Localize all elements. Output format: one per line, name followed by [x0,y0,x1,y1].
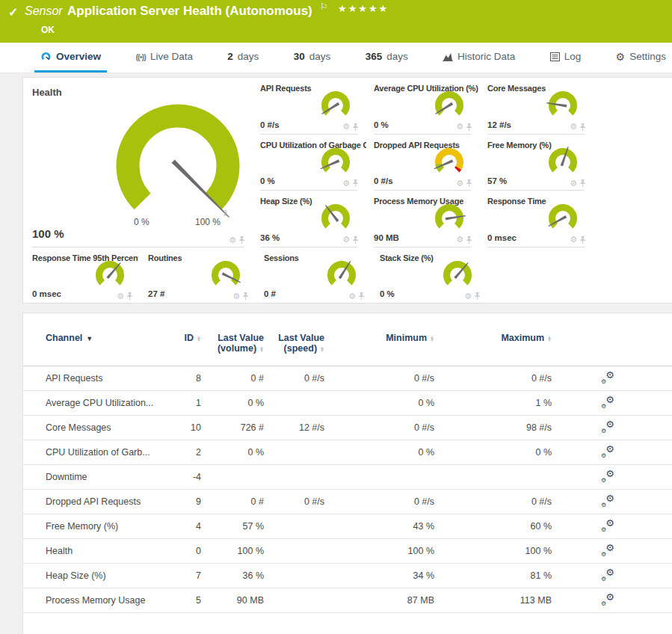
gauge-arc [315,200,356,235]
gear-icon[interactable]: ⚙ [348,292,356,301]
column-header-maximum[interactable]: Maximum▲▼ [434,333,552,343]
pin-icon[interactable] [466,123,472,132]
tile-separator [487,247,585,247]
cell-minimum: 100 % [324,546,434,556]
pin-icon[interactable] [238,236,245,244]
sort-desc-icon[interactable]: ▼ [86,335,93,342]
cell-last-value-volume: 57 % [201,521,264,532]
pin-icon[interactable] [352,179,359,188]
cell-channel: Core Messages [46,422,165,433]
channel-settings-icon[interactable]: ⚙⚙ [601,470,614,482]
cell-channel: Health [46,546,165,556]
gear-icon[interactable]: ⚙ [232,292,240,301]
pin-icon[interactable] [352,123,359,132]
tile-separator [32,303,132,304]
cell-last-value-volume: 0 % [201,447,264,458]
cell-minimum: 0 % [324,398,434,408]
pin-icon[interactable] [579,236,586,244]
pin-icon[interactable] [474,292,481,301]
tab-overview[interactable]: Overview [34,43,107,73]
tile-action-icons: ⚙ [342,123,359,132]
gauge-arc [321,257,362,292]
pin-icon[interactable] [358,292,365,301]
tab-historic-data[interactable]: Historic Data [437,43,521,73]
gear-icon[interactable]: ⚙ [570,179,577,188]
tile-action-icons: ⚙ [570,236,586,244]
sort-icon[interactable]: ▲▼ [547,336,552,342]
table-row-cpu-utilization-of-garb: CPU Utilization of Garb...20 %0 %0 %⚙⚙ [23,440,672,465]
tab-2-days[interactable]: 2days [221,43,265,73]
tab-log[interactable]: Log [544,43,588,73]
gauge-tile-stack-size: Stack Size (%)0 %⚙ [371,247,487,304]
cell-id: -4 [165,472,201,482]
table-row-dropped-api-requests: Dropped API Requests90 #0 #/s0 #/s0 #/s⚙… [23,490,672,514]
gear-icon[interactable]: ⚙ [464,292,472,301]
cell-last-value-volume: 36 % [201,570,264,581]
cell-id: 5 [165,595,201,606]
tab-365-days[interactable]: 365days [360,43,414,73]
cell-id: 4 [165,521,201,532]
sensor-status-header: ✓ Sensor Application Server Health (Auto… [0,0,672,43]
channel-settings-icon[interactable]: ⚙⚙ [601,544,614,556]
gear-icon[interactable]: ⚙ [229,236,236,244]
tab-settings[interactable]: ⚙Settings [610,43,672,73]
gauge-tile-label: Stack Size (%) [380,253,434,262]
gauge-arc [437,257,478,292]
channel-settings-icon[interactable]: ⚙⚙ [601,396,614,408]
gear-icon[interactable]: ⚙ [456,236,463,244]
pin-icon[interactable] [579,123,586,132]
pin-icon[interactable] [242,292,249,301]
cell-last-value-volume: 726 # [201,422,264,433]
gear-icon[interactable]: ⚙ [342,179,350,188]
column-header-last-value-speed[interactable]: Last Value (speed)▲▼ [264,333,324,354]
column-header-id[interactable]: ID▲▼ [165,333,201,343]
gauge-tile-value: 90 MB [374,233,399,242]
gauge-tile-value: 0 % [380,289,395,298]
column-header-channel[interactable]: Channel▼ [46,333,165,343]
settings-icon: ⚙ [616,51,626,63]
channel-settings-icon[interactable]: ⚙⚙ [601,569,614,581]
column-header-minimum[interactable]: Minimum▲▼ [324,333,434,343]
gear-icon[interactable]: ⚙ [456,123,463,131]
channel-settings-icon[interactable]: ⚙⚙ [601,594,614,606]
channel-settings-icon[interactable]: ⚙⚙ [601,421,614,433]
tab-number: 365 [366,51,383,62]
gauge-tile-label: Health [32,87,62,98]
flag-icon[interactable]: ⚐ [320,1,328,12]
pin-icon[interactable] [466,236,472,244]
tab-label: Historic Data [457,51,515,62]
channel-settings-icon[interactable]: ⚙⚙ [601,495,614,507]
gear-icon[interactable]: ⚙ [117,292,124,301]
live-data-icon: ((•)) [135,52,146,61]
prtg-sensor-overview-page: { "colors": { "brand_green": "#a8c10d", … [0,0,672,634]
channel-settings-icon[interactable]: ⚙⚙ [601,372,614,384]
sensor-title: Application Server Health (Autonomous) [67,4,312,19]
gauge-arc [543,87,583,122]
pin-icon[interactable] [579,179,586,188]
cell-last-value-volume: 0 # [201,496,264,507]
cell-channel: Downtime [46,472,165,482]
tab-30-days[interactable]: 30days [288,43,337,73]
sort-icon[interactable]: ▲▼ [320,346,324,352]
pin-icon[interactable] [126,292,133,301]
pin-icon[interactable] [352,236,359,244]
cell-minimum: 0 #/s [324,373,434,384]
table-row-core-messages: Core Messages10726 #12 #/s0 #/s98 #/s⚙⚙ [23,416,672,440]
gear-icon[interactable]: ⚙ [570,123,577,131]
cell-minimum: 43 % [324,521,434,532]
channel-settings-icon[interactable]: ⚙⚙ [601,520,614,532]
channel-settings-icon[interactable]: ⚙⚙ [601,446,614,458]
gear-icon[interactable]: ⚙ [342,123,350,131]
pin-icon[interactable] [466,179,472,188]
gauge-tile-value: 0 msec [487,233,517,242]
gear-icon[interactable]: ⚙ [342,236,350,244]
gauge-tile-cpu-utilization-of-garbage-c: CPU Utilization of Garbage C...0 %⚙ [251,135,365,191]
column-header-last-value-volume[interactable]: Last Value (volume)▲▼ [201,333,264,354]
gear-icon[interactable]: ⚙ [570,236,577,244]
gauge-tile-free-memory: Free Memory (%)57 %⚙ [478,135,592,191]
tab-live-data[interactable]: ((•))Live Data [129,43,199,73]
cell-maximum: 60 % [434,521,552,532]
gear-icon[interactable]: ⚙ [456,179,463,188]
priority-stars[interactable]: ★★★★★ [338,3,389,14]
tile-separator [148,303,247,304]
